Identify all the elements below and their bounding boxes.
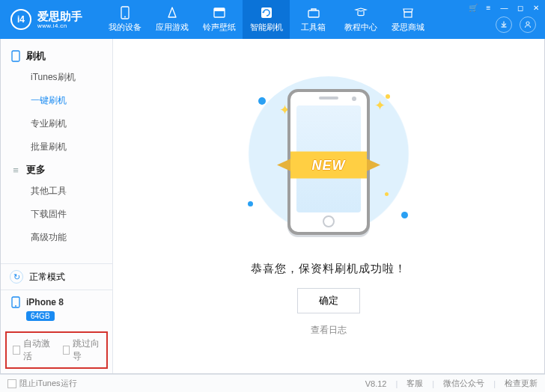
nav-label: 工具箱	[301, 22, 326, 33]
sidebar-item-download-firmware[interactable]: 下载固件	[1, 203, 112, 226]
brand-site: www.i4.cn	[37, 23, 82, 29]
tutorial-icon	[354, 6, 368, 19]
user-icon[interactable]	[520, 16, 536, 33]
top-nav: 我的设备 应用游戏 铃声壁纸 智能刷机	[101, 0, 431, 39]
svg-rect-5	[308, 10, 319, 17]
nav-label: 教程中心	[344, 22, 377, 33]
svg-point-1	[124, 16, 126, 18]
nav-store[interactable]: 爱思商城	[384, 0, 431, 39]
new-ribbon: NEW	[258, 146, 400, 185]
store-icon	[401, 6, 415, 19]
storage-badge: 64GB	[26, 311, 55, 321]
sidebar-item-pro-flash[interactable]: 专业刷机	[1, 112, 112, 135]
mode-label: 正常模式	[29, 271, 65, 284]
sidebar-item-other-tools[interactable]: 其他工具	[1, 180, 112, 203]
maximize-icon[interactable]: ◻	[515, 3, 525, 13]
update-link[interactable]: 检查更新	[505, 378, 538, 389]
more-icon: ≡	[10, 164, 22, 176]
cart-icon[interactable]: 🛒	[468, 3, 478, 13]
svg-rect-3	[214, 8, 225, 11]
activation-options: 自动激活 跳过向导	[5, 331, 108, 369]
checkbox-icon	[63, 346, 70, 355]
auto-activate-checkbox[interactable]: 自动激活	[13, 337, 51, 363]
sidebar-item-itunes-flash[interactable]: iTunes刷机	[1, 66, 112, 89]
content-panel: ✦ ✦ NEW 恭喜您，保资料刷机成功啦！ 确定 查看日志	[113, 39, 544, 373]
topbar: 🛒 ≡ — ◻ ✕ i4 爱思助手 www.i4.cn 我的设备	[0, 0, 545, 39]
wechat-link[interactable]: 微信公众号	[443, 378, 484, 389]
nav-label: 铃声壁纸	[203, 22, 236, 33]
nav-tutorials[interactable]: 教程中心	[337, 0, 384, 39]
logo-badge: i4	[10, 9, 31, 30]
nav-label: 爱思商城	[392, 22, 424, 33]
mode-box[interactable]: ↻ 正常模式	[1, 263, 112, 290]
sidebar: 刷机 iTunes刷机 一键刷机 专业刷机 批量刷机 ≡ 更多 其他工具 下载固…	[1, 39, 113, 373]
close-icon[interactable]: ✕	[531, 3, 541, 13]
sidebar-section-flash: 刷机	[1, 45, 112, 66]
block-itunes-checkbox[interactable]: 阻止iTunes运行	[7, 378, 77, 389]
checkbox-icon	[13, 346, 20, 355]
result-preview: ✦ ✦ NEW 恭喜您，保资料刷机成功啦！ 确定 查看日志	[231, 76, 426, 337]
nav-label: 应用游戏	[156, 22, 189, 33]
svg-rect-6	[404, 12, 412, 17]
svg-point-10	[15, 305, 16, 307]
flash-icon	[260, 6, 273, 19]
sidebar-item-advanced[interactable]: 高级功能	[1, 226, 112, 249]
device-box[interactable]: iPhone 8 64GB	[1, 290, 112, 327]
nav-flash[interactable]: 智能刷机	[243, 0, 290, 39]
status-bar: 阻止iTunes运行 V8.12 | 客服 | 微信公众号 | 检查更新	[0, 374, 545, 392]
brand-logo: i4 爱思助手 www.i4.cn	[0, 9, 101, 30]
nav-ringtones[interactable]: 铃声壁纸	[195, 0, 243, 39]
version-label: V8.12	[365, 379, 387, 388]
service-link[interactable]: 客服	[407, 378, 423, 389]
minimize-icon[interactable]: —	[499, 3, 509, 13]
sidebar-item-oneclick-flash[interactable]: 一键刷机	[1, 89, 112, 112]
settings-icon[interactable]: ≡	[484, 3, 493, 13]
nav-my-device[interactable]: 我的设备	[101, 0, 148, 39]
sidebar-section-more: ≡ 更多	[1, 159, 112, 180]
window-controls: 🛒 ≡ — ◻ ✕	[468, 3, 541, 13]
device-model: iPhone 8	[26, 297, 64, 307]
wallpaper-icon	[213, 6, 226, 19]
nav-label: 我的设备	[109, 22, 141, 33]
svg-point-7	[526, 22, 529, 25]
skip-wizard-checkbox[interactable]: 跳过向导	[63, 337, 101, 363]
brand-name: 爱思助手	[37, 10, 82, 22]
apps-icon	[165, 6, 179, 19]
nav-label: 智能刷机	[250, 22, 283, 33]
nav-apps-games[interactable]: 应用游戏	[148, 0, 195, 39]
phone-outline-icon	[10, 50, 22, 62]
toolbox-icon	[307, 6, 320, 19]
success-message: 恭喜您，保资料刷机成功啦！	[251, 262, 407, 276]
view-log-link[interactable]: 查看日志	[311, 324, 347, 337]
refresh-icon: ↻	[10, 270, 23, 284]
success-illustration: ✦ ✦ NEW	[231, 76, 426, 248]
download-icon[interactable]	[496, 16, 512, 33]
nav-toolbox[interactable]: 工具箱	[290, 0, 337, 39]
confirm-button[interactable]: 确定	[297, 288, 360, 313]
body: 刷机 iTunes刷机 一键刷机 专业刷机 批量刷机 ≡ 更多 其他工具 下载固…	[0, 39, 545, 374]
device-icon	[118, 6, 132, 19]
device-small-icon	[10, 296, 22, 308]
svg-rect-8	[12, 51, 19, 61]
sparkle-icon: ✦	[374, 97, 386, 114]
app-window: 🛒 ≡ — ◻ ✕ i4 爱思助手 www.i4.cn 我的设备	[0, 0, 545, 392]
checkbox-icon	[7, 379, 16, 388]
sidebar-item-batch-flash[interactable]: 批量刷机	[1, 135, 112, 159]
